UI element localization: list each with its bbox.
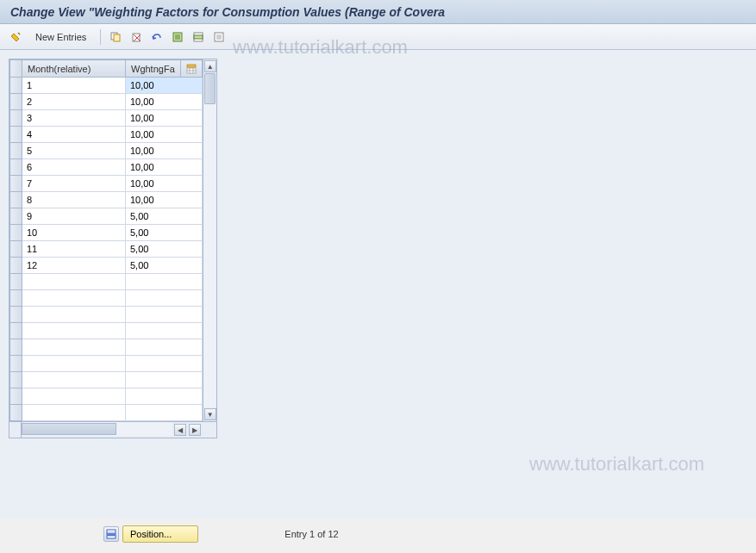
scroll-right-button[interactable]: ▶: [189, 424, 201, 436]
cell-month[interactable]: 10: [22, 225, 126, 241]
row-selector[interactable]: [10, 307, 22, 323]
cell-month-empty[interactable]: [22, 405, 126, 421]
cell-month[interactable]: 4: [22, 127, 126, 143]
cell-month-empty[interactable]: [22, 339, 126, 356]
cell-month[interactable]: 3: [22, 110, 126, 127]
horizontal-scrollbar[interactable]: ◀ ▶: [9, 421, 216, 438]
row-selector[interactable]: [10, 258, 22, 274]
cell-month[interactable]: 8: [22, 192, 126, 208]
table-row: 95,00: [10, 208, 203, 225]
cell-weighting-factor[interactable]: 10,00: [126, 143, 203, 159]
new-entries-button[interactable]: New Entries: [28, 29, 94, 45]
scroll-down-button[interactable]: ▼: [204, 408, 216, 420]
cell-weighting-factor[interactable]: 10,00: [126, 110, 203, 127]
entry-status: Entry 1 of 12: [284, 529, 338, 539]
cell-month-empty[interactable]: [22, 356, 126, 372]
cell-weighting-factor-empty[interactable]: [126, 274, 203, 290]
scroll-thumb-vertical[interactable]: [204, 73, 216, 104]
position-icon-button[interactable]: [103, 526, 119, 542]
row-selector[interactable]: [10, 241, 22, 258]
row-selector[interactable]: [10, 208, 22, 225]
table-row: 105,00: [10, 225, 203, 241]
row-selector[interactable]: [10, 176, 22, 192]
cell-weighting-factor-empty[interactable]: [126, 356, 203, 372]
row-selector[interactable]: [10, 127, 22, 143]
row-selector[interactable]: [10, 339, 22, 356]
glasses-pencil-icon: [9, 31, 22, 43]
table-row: 115,00: [10, 241, 203, 258]
cell-weighting-factor-empty[interactable]: [126, 339, 203, 356]
position-icon: [105, 528, 117, 540]
cell-month[interactable]: 9: [22, 208, 126, 225]
table-row: 710,00: [10, 176, 203, 192]
row-selector[interactable]: [10, 274, 22, 290]
select-all-rows[interactable]: [10, 60, 22, 78]
deselect-all-button[interactable]: [210, 28, 228, 46]
cell-month-empty[interactable]: [22, 307, 126, 323]
row-selector[interactable]: [10, 159, 22, 176]
cell-month-empty[interactable]: [22, 274, 126, 290]
table-row: 210,00: [10, 94, 203, 110]
row-selector[interactable]: [10, 388, 22, 405]
cell-month-empty[interactable]: [22, 290, 126, 307]
cell-weighting-factor[interactable]: 5,00: [126, 258, 203, 274]
cell-weighting-factor-empty[interactable]: [126, 405, 203, 421]
cell-weighting-factor[interactable]: 5,00: [126, 208, 203, 225]
copy-as-button[interactable]: [107, 28, 124, 46]
undo-change-button[interactable]: [148, 28, 166, 46]
cell-weighting-factor[interactable]: 5,00: [126, 241, 203, 258]
column-header-month[interactable]: Month(relative): [22, 60, 126, 78]
scroll-up-button[interactable]: ▲: [204, 60, 216, 72]
cell-month[interactable]: 2: [22, 94, 126, 110]
cell-month[interactable]: 7: [22, 176, 126, 192]
cell-weighting-factor-empty[interactable]: [126, 307, 203, 323]
cell-weighting-factor[interactable]: 10,00: [126, 127, 203, 143]
cell-weighting-factor-empty[interactable]: [126, 290, 203, 307]
table-settings-button[interactable]: [180, 60, 202, 78]
row-selector[interactable]: [10, 192, 22, 208]
row-selector[interactable]: [10, 143, 22, 159]
cell-month[interactable]: 1: [22, 78, 126, 94]
row-selector[interactable]: [10, 225, 22, 241]
scroll-thumb-horizontal[interactable]: [22, 423, 116, 435]
cell-weighting-factor[interactable]: 5,00: [126, 225, 203, 241]
display-change-toggle-button[interactable]: [7, 28, 24, 46]
content-area: Month(relative) WghtngFa 110,00210,00310…: [0, 50, 756, 519]
row-selector[interactable]: [10, 356, 22, 372]
toolbar-separator: [100, 29, 101, 45]
select-block-button[interactable]: [190, 28, 207, 46]
scroll-track-horizontal[interactable]: [22, 422, 172, 436]
row-selector[interactable]: [10, 78, 22, 94]
row-selector[interactable]: [10, 110, 22, 127]
row-selector[interactable]: [10, 290, 22, 307]
select-all-button[interactable]: [169, 28, 186, 46]
scroll-track-vertical[interactable]: [203, 73, 216, 407]
cell-weighting-factor[interactable]: 10,00: [126, 78, 203, 94]
cell-weighting-factor[interactable]: 10,00: [126, 94, 203, 110]
cell-weighting-factor[interactable]: 10,00: [126, 159, 203, 176]
position-button[interactable]: Position...: [122, 525, 198, 543]
cell-month-empty[interactable]: [22, 372, 126, 388]
cell-month[interactable]: 11: [22, 241, 126, 258]
row-selector[interactable]: [10, 323, 22, 339]
cell-weighting-factor-empty[interactable]: [126, 388, 203, 405]
cell-weighting-factor-empty[interactable]: [126, 372, 203, 388]
vertical-scrollbar[interactable]: ▲ ▼: [203, 59, 216, 421]
cell-month-empty[interactable]: [22, 388, 126, 405]
cell-month-empty[interactable]: [22, 323, 126, 339]
cell-weighting-factor-empty[interactable]: [126, 323, 203, 339]
cell-month[interactable]: 5: [22, 143, 126, 159]
row-selector[interactable]: [10, 94, 22, 110]
delete-button[interactable]: [128, 28, 145, 46]
scroll-left-button[interactable]: ◀: [174, 424, 186, 436]
cell-weighting-factor[interactable]: 10,00: [126, 176, 203, 192]
cell-month[interactable]: 6: [22, 159, 126, 176]
cell-month[interactable]: 12: [22, 258, 126, 274]
row-selector[interactable]: [10, 372, 22, 388]
weighting-factors-table: Month(relative) WghtngFa 110,00210,00310…: [9, 59, 203, 421]
table-row-empty: [10, 323, 203, 339]
row-selector[interactable]: [10, 405, 22, 421]
footer-bar: Position... Entry 1 of 12: [103, 525, 339, 543]
cell-weighting-factor[interactable]: 10,00: [126, 192, 203, 208]
column-header-factor[interactable]: WghtngFa: [126, 60, 181, 78]
